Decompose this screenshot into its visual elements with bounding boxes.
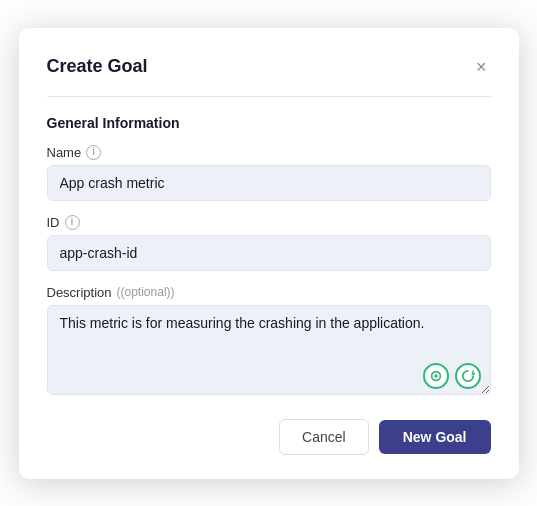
textarea-icons: [423, 363, 481, 389]
textarea-wrapper: This metric is for measuring the crashin…: [47, 305, 491, 399]
modal-title: Create Goal: [47, 56, 148, 77]
create-goal-modal: Create Goal × General Information Name i…: [19, 28, 519, 479]
modal-footer: Cancel New Goal: [47, 419, 491, 455]
cancel-button[interactable]: Cancel: [279, 419, 369, 455]
id-label: ID i: [47, 215, 491, 230]
name-input[interactable]: [47, 165, 491, 201]
close-button[interactable]: ×: [472, 56, 491, 78]
submit-button[interactable]: New Goal: [379, 420, 491, 454]
description-field-group: Description ((optional)) This metric is …: [47, 285, 491, 399]
section-title: General Information: [47, 115, 491, 131]
description-label: Description ((optional)): [47, 285, 491, 300]
svg-point-1: [434, 374, 438, 378]
id-input[interactable]: [47, 235, 491, 271]
modal-header: Create Goal ×: [47, 56, 491, 78]
modal-overlay: Create Goal × General Information Name i…: [0, 0, 537, 506]
name-info-icon[interactable]: i: [86, 145, 101, 160]
ai-icon-1[interactable]: [423, 363, 449, 389]
description-optional: ((optional)): [117, 285, 175, 299]
name-field-group: Name i: [47, 145, 491, 201]
header-divider: [47, 96, 491, 97]
name-label: Name i: [47, 145, 491, 160]
id-info-icon[interactable]: i: [65, 215, 80, 230]
ai-icon-2[interactable]: [455, 363, 481, 389]
id-field-group: ID i: [47, 215, 491, 271]
